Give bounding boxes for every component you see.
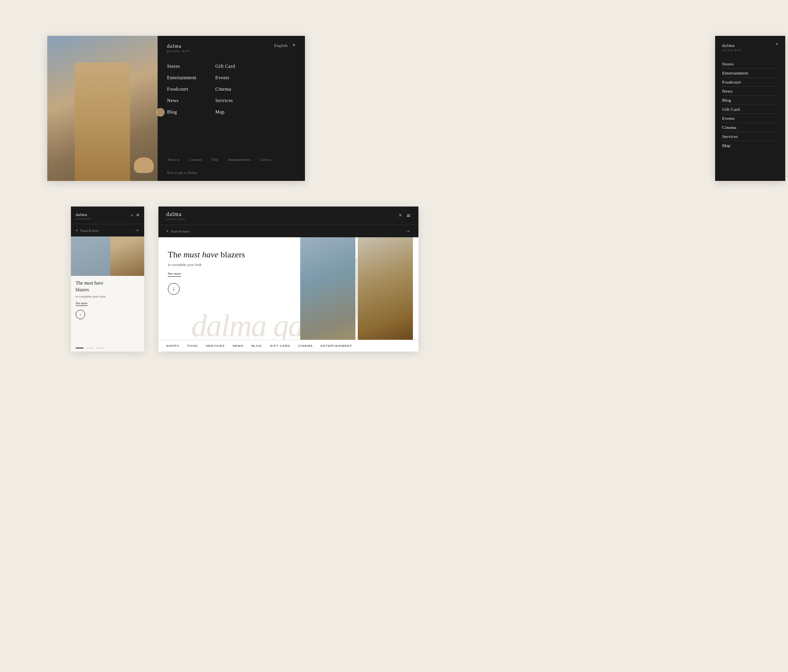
footer-howtoget[interactable]: How to get to Dalma [167, 171, 197, 175]
desktop-search-header: dalma garden mall × ≡ [158, 207, 418, 225]
menu-item-events[interactable]: Events [215, 74, 235, 82]
desktop-headline-suffix: blazers [221, 249, 245, 259]
mobile-scroll-button[interactable]: ↓ [76, 310, 85, 319]
close-icon[interactable]: × [292, 42, 296, 48]
mobile-menu-item-blog[interactable]: Blog [722, 96, 778, 105]
mobile-search-bar: × Search here → [71, 224, 144, 236]
mobile-search-logo-sub: garden mall [76, 218, 91, 220]
menu-item-foodcourt[interactable]: Foodcourt [167, 85, 196, 93]
pagination-dot-1[interactable] [76, 348, 84, 348]
mobile-brand-logo: dalma garden mall [722, 41, 742, 52]
mobile-menu-item-events[interactable]: Events [722, 114, 778, 123]
mobile-search-logo-text: dalma [76, 212, 87, 217]
mobile-text-content: The must have blazers to complete your l… [71, 276, 144, 344]
desktop-search-screen: dalma garden mall × ≡ × Search here → da… [158, 207, 418, 352]
mobile-see-more-link[interactable]: See more [76, 302, 87, 306]
menu-footer: About us Contacts FAQ Announcements Care… [167, 158, 296, 175]
desk-img2-inner [358, 237, 413, 340]
desktop-search-placeholder: Search here [171, 229, 190, 233]
nav-food[interactable]: FOOD [187, 344, 198, 348]
mobile-menu-header: dalma garden mall × [722, 41, 778, 52]
pagination-dot-2[interactable] [86, 348, 94, 348]
nav-blog[interactable]: BLOG [251, 344, 262, 348]
nav-entertainment[interactable]: ENTERTAINMENT [321, 344, 352, 348]
nav-cinema[interactable]: CINEMA [298, 344, 313, 348]
mobile-logo-text: dalma [722, 43, 735, 48]
search-submit-icon[interactable]: → [135, 227, 139, 233]
desktop-header-icons: × ≡ [399, 212, 411, 220]
menu-item-map[interactable]: Map [215, 108, 235, 116]
desktop-subtitle: to complete your look [168, 263, 291, 267]
nav-services[interactable]: SERVICES [206, 344, 225, 348]
footer-contacts[interactable]: Contacts [190, 158, 202, 162]
hero-coat [75, 63, 130, 181]
desktop-search-submit-icon[interactable]: → [406, 228, 411, 234]
mobile-content-area: The must have blazers to complete your l… [71, 236, 144, 352]
mobile-header-icons: × ≡ [131, 212, 139, 218]
search-placeholder-text: Search here [80, 229, 99, 233]
scroll-down-icon: ↓ [80, 312, 82, 316]
mobile-menu-item-map[interactable]: Map [722, 141, 778, 150]
menu-item-news[interactable]: News [167, 97, 196, 105]
desktop-image-man [358, 237, 413, 340]
mobile-menu-item-stores[interactable]: Stores [722, 60, 778, 69]
image-divider-line [356, 258, 357, 319]
desktop-search-content: dalma garden m The must have blazers to … [158, 237, 418, 340]
nav-news[interactable]: NEWS [232, 344, 243, 348]
mobile-image-1 [71, 236, 110, 276]
desktop-text-section: The must have blazers to complete your l… [158, 237, 300, 340]
mobile-pagination [71, 344, 144, 352]
hamburger-icon[interactable]: ≡ [136, 212, 139, 218]
pagination-dot-3[interactable] [96, 348, 104, 348]
mobile-menu-item-foodcourt[interactable]: Foodcourt [722, 78, 778, 87]
desktop-logo-text: dalma [166, 211, 182, 217]
desk-img1-inner [300, 237, 355, 340]
mobile-menu-item-giftcard[interactable]: Gift Card [722, 105, 778, 114]
desktop-right-images [300, 237, 418, 340]
language-selector[interactable]: English [274, 43, 288, 48]
desktop-headline-prefix: The [168, 249, 184, 259]
hero-dog-figure [134, 157, 154, 173]
mobile-close-icon[interactable]: × [775, 41, 778, 47]
woman-figure [71, 236, 110, 276]
mobile-search-logo: dalma garden mall [76, 210, 91, 220]
hero-image-panel [47, 36, 158, 181]
mobile-search-header: dalma garden mall × ≡ [71, 207, 144, 224]
menu-item-cinema[interactable]: Cinema [215, 85, 235, 93]
footer-faq[interactable]: FAQ [212, 158, 218, 162]
menu-column-right: Gift Card Events Cinema Services Map [215, 62, 235, 158]
mobile-menu-item-services[interactable]: Services [722, 132, 778, 141]
brand-logo: dalma garden mall [167, 42, 191, 53]
desktop-bottom-nav: SHOPS FOOD SERVICES NEWS BLOG GIFT CARD … [158, 340, 418, 352]
desktop-scroll-down-icon: ↓ [173, 286, 175, 292]
menu-item-services[interactable]: Services [215, 97, 235, 105]
menu-item-giftcard[interactable]: Gift Card [215, 62, 235, 71]
close-menu-icon[interactable]: × [131, 213, 133, 218]
menu-item-blog[interactable]: Blog [167, 108, 196, 116]
desktop-close-icon[interactable]: × [399, 212, 402, 219]
search-clear-icon[interactable]: × [76, 228, 78, 233]
menu-header-right: English × [274, 42, 296, 48]
menu-item-stores[interactable]: Stores [167, 62, 196, 71]
desktop-scroll-button[interactable]: ↓ [168, 283, 180, 295]
desktop-hamburger-icon[interactable]: ≡ [407, 212, 411, 220]
footer-about[interactable]: About us [167, 158, 180, 162]
nav-giftcard[interactable]: GIFT CARD [270, 344, 290, 348]
man-figure [110, 236, 144, 276]
mobile-headline: The must have blazers [76, 280, 139, 293]
mobile-menu-item-cinema[interactable]: Cinema [722, 123, 778, 132]
mobile-logo-sub: garden mall [722, 48, 742, 52]
mobile-menu-item-entertainment[interactable]: Entertainment [722, 69, 778, 78]
nav-shops[interactable]: SHOPS [166, 344, 179, 348]
mobile-hero-images [71, 236, 144, 276]
footer-careers[interactable]: Careers [260, 158, 271, 162]
mobile-menu-item-news[interactable]: News [722, 87, 778, 96]
desktop-headline: The must have blazers [168, 249, 291, 261]
menu-panel: dalma garden mall English × Stores Enter… [158, 36, 305, 181]
footer-announcements[interactable]: Announcements [228, 158, 251, 162]
menu-item-entertainment[interactable]: Entertainment [167, 74, 196, 82]
headline-italic: must have [84, 280, 103, 286]
mobile-image-2 [110, 236, 144, 276]
desktop-search-clear-icon[interactable]: × [166, 229, 169, 233]
desktop-see-more-link[interactable]: See more [168, 272, 181, 277]
